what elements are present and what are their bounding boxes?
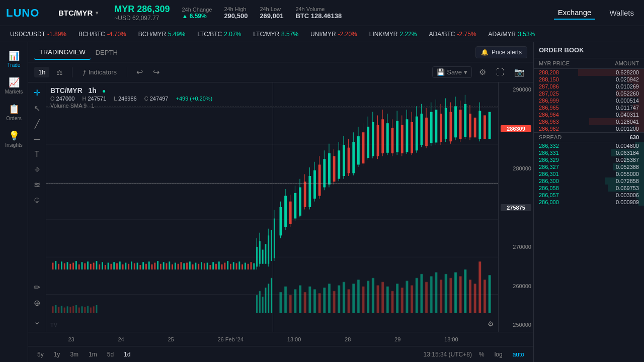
timeframe-1h[interactable]: 1h xyxy=(34,67,49,77)
svg-rect-219 xyxy=(401,288,404,313)
svg-rect-71 xyxy=(242,264,243,269)
ask-row[interactable]: 286,965 0.011747 xyxy=(534,104,644,111)
price-alerts-button[interactable]: 🔔 Price alerts xyxy=(475,46,527,58)
bid-row[interactable]: 286,327 0.052388 xyxy=(534,163,644,170)
ticker-item[interactable]: USDC/USDT-1.89% xyxy=(4,31,72,38)
bid-row[interactable]: 286,331 0.063184 xyxy=(534,149,644,156)
svg-rect-147 xyxy=(425,118,428,146)
period-5d[interactable]: 5d xyxy=(104,350,117,359)
chart-canvas[interactable]: BTC/MYR 1h ● O 247000 H 247571 L 246986 … xyxy=(46,82,498,332)
measure-tool[interactable]: ≋ xyxy=(30,177,45,192)
nav-wallets[interactable]: Wallets xyxy=(605,7,638,19)
settings-icon[interactable]: ⚙ xyxy=(476,66,489,78)
log-toggle[interactable]: log xyxy=(492,350,506,359)
svg-rect-225 xyxy=(430,277,433,313)
sidebar-item-markets[interactable]: 📈 Markets xyxy=(0,73,28,99)
nav-exchange[interactable]: Exchange xyxy=(554,6,596,20)
redo-button[interactable]: ↪ xyxy=(150,66,163,78)
bid-row[interactable]: 286,058 0.069753 xyxy=(534,185,644,192)
svg-rect-12 xyxy=(69,264,71,269)
text-tool[interactable]: T xyxy=(30,147,45,161)
svg-rect-175 xyxy=(61,306,62,313)
ticker-item[interactable]: BCH/MYR5.49% xyxy=(132,31,191,38)
ticker-item[interactable]: LTC/MYR8.57% xyxy=(247,31,304,38)
bar-type-icon[interactable]: ⚖ xyxy=(53,67,66,78)
indicators-button[interactable]: ƒ Indicators xyxy=(78,67,121,77)
main-content: 📊 Trade 📈 Markets 📋 Orders 💡 Insights TR… xyxy=(0,42,644,362)
svg-rect-28 xyxy=(116,263,118,269)
svg-rect-30 xyxy=(122,264,124,269)
bid-row[interactable]: 286,300 0.072858 xyxy=(534,177,644,185)
crosshair-tool[interactable]: ✛ xyxy=(30,85,45,100)
order-book-title: ORDER BOOK xyxy=(534,42,644,58)
magnet-tool[interactable]: ✏ xyxy=(30,280,45,295)
svg-rect-185 xyxy=(90,308,92,313)
horizontal-line-tool[interactable]: ─ xyxy=(30,132,45,146)
svg-rect-236 xyxy=(484,280,486,313)
pair-symbol: BTC/MYR xyxy=(58,9,93,17)
chart-settings-icon[interactable]: ⚙ xyxy=(488,320,494,328)
chart-bottom: 23 24 25 26 Feb '24 13:00 28 29 18:00 5y… xyxy=(28,332,533,362)
ticker-item[interactable]: ADA/MYR3.53% xyxy=(482,31,541,38)
tab-tradingview[interactable]: TRADINGVIEW xyxy=(34,44,91,60)
pattern-tool[interactable]: ⎆ xyxy=(30,162,45,176)
ask-row[interactable]: 287,025 0.052260 xyxy=(534,90,644,97)
svg-rect-237 xyxy=(489,275,491,313)
zoom-in-tool[interactable]: ⊕ xyxy=(30,296,45,310)
period-5y[interactable]: 5y xyxy=(34,350,47,359)
svg-rect-33 xyxy=(131,261,132,269)
ask-row[interactable]: 286,962 0.001200 xyxy=(534,125,644,132)
ask-row[interactable]: 287,086 0.010269 xyxy=(534,83,644,90)
ask-row[interactable]: 288,150 0.020942 xyxy=(534,76,644,83)
ask-row[interactable]: 288,208 0.628200 xyxy=(534,69,644,76)
period-1y[interactable]: 1y xyxy=(51,350,63,359)
line-tool[interactable]: ╱ xyxy=(30,117,45,131)
sidebar-item-orders[interactable]: 📋 Orders xyxy=(0,100,28,125)
bid-row[interactable]: 286,000 0.000909 xyxy=(534,199,644,206)
svg-rect-37 xyxy=(142,262,144,269)
bid-row[interactable]: 286,329 0.025387 xyxy=(534,156,644,163)
drawing-tools: ✛ ↖ ╱ ─ T ⎆ ≋ ☺ ✏ ⊕ ⌄ xyxy=(28,82,46,332)
screenshot-icon[interactable]: 📷 xyxy=(511,66,527,78)
ticker-item[interactable]: UNI/MYR-2.20% xyxy=(304,31,363,38)
svg-rect-9 xyxy=(61,261,62,269)
save-button[interactable]: 💾 Save ▾ xyxy=(432,66,472,78)
svg-rect-80 xyxy=(262,250,264,264)
orders-icon: 📋 xyxy=(9,104,20,115)
cursor-tool[interactable]: ↖ xyxy=(30,101,45,116)
ticker-item[interactable]: LINK/MYR2.22% xyxy=(363,31,423,38)
emoji-tool[interactable]: ☺ xyxy=(30,193,45,207)
svg-rect-65 xyxy=(224,262,225,269)
svg-rect-7 xyxy=(55,261,56,269)
svg-rect-202 xyxy=(318,293,321,313)
ticker-item[interactable]: BCH/BTC-4.70% xyxy=(72,31,132,38)
sidebar-item-trade[interactable]: 📊 Trade xyxy=(0,46,28,72)
ticker-item[interactable]: ADA/BTC-2.75% xyxy=(423,31,482,38)
undo-button[interactable]: ↩ xyxy=(133,66,146,78)
bid-row[interactable]: 286,057 0.003006 xyxy=(534,192,644,199)
ask-row[interactable]: 286,963 0.128041 xyxy=(534,118,644,125)
sidebar-item-insights[interactable]: 💡 Insights xyxy=(0,126,28,152)
svg-rect-6 xyxy=(52,262,54,269)
ticker-bar: USDC/USDT-1.89%BCH/BTC-4.70%BCH/MYR5.49%… xyxy=(0,26,644,42)
period-1d[interactable]: 1d xyxy=(121,350,133,359)
more-tools[interactable]: ⌄ xyxy=(30,314,45,329)
period-1m[interactable]: 1m xyxy=(86,350,100,359)
bid-row[interactable]: 286,332 0.004800 xyxy=(534,142,644,149)
bid-row[interactable]: 286,301 0.055000 xyxy=(534,170,644,177)
tab-depth[interactable]: DEPTH xyxy=(91,45,123,59)
svg-rect-81 xyxy=(265,244,267,263)
pair-selector[interactable]: BTC/MYR ▾ xyxy=(54,7,102,19)
svg-rect-170 xyxy=(484,115,486,139)
auto-toggle[interactable]: auto xyxy=(510,350,527,359)
svg-rect-23 xyxy=(102,262,103,269)
fullscreen-icon[interactable]: ⛶ xyxy=(493,66,507,78)
percent-toggle[interactable]: % xyxy=(476,350,488,359)
ask-row[interactable]: 286,964 0.040311 xyxy=(534,111,644,118)
svg-rect-222 xyxy=(416,278,418,313)
svg-rect-123 xyxy=(367,127,369,158)
svg-rect-191 xyxy=(265,288,267,313)
ask-row[interactable]: 286,999 0.000514 xyxy=(534,97,644,104)
ticker-item[interactable]: LTC/BTC2.07% xyxy=(191,31,247,38)
period-3m[interactable]: 3m xyxy=(67,350,82,359)
